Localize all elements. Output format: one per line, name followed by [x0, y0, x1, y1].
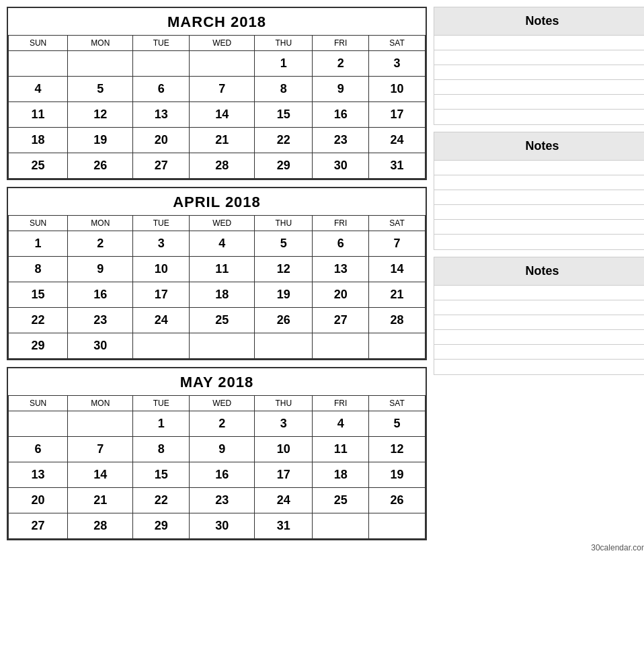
calendar-day-cell: 20 [313, 282, 369, 308]
notes-line [434, 315, 644, 330]
calendar-day-cell: 9 [313, 77, 369, 102]
calendar-week-row: 12345 [9, 411, 426, 437]
calendar-day-cell: 22 [133, 488, 190, 513]
notes-header: Notes [434, 7, 644, 36]
calendar-week-row: 11121314151617 [9, 102, 426, 128]
calendar-day-cell: 23 [313, 128, 369, 153]
calendar-day-header: FRI [313, 36, 369, 51]
calendar-day-cell: 1 [9, 231, 68, 257]
calendar-day-header: MON [68, 36, 133, 51]
calendar-day-cell: 24 [255, 488, 313, 513]
calendar-day-cell: 17 [369, 102, 426, 128]
calendar-day-cell [68, 411, 133, 437]
notes-line [434, 50, 644, 65]
calendar-day-header: THU [255, 36, 313, 51]
calendar-day-cell: 12 [68, 102, 133, 128]
calendar-day-cell: 27 [133, 153, 190, 179]
calendar-day-cell: 2 [313, 51, 369, 77]
notes-line [434, 345, 644, 360]
notes-line [434, 360, 644, 374]
calendar-march: MARCH 2018SUNMONTUEWEDTHUFRISAT123456789… [7, 7, 427, 180]
calendar-day-cell: 25 [313, 488, 369, 513]
calendar-day-cell: 3 [133, 231, 190, 257]
notes-block-2: Notes [434, 257, 644, 375]
calendar-day-cell: 31 [255, 513, 313, 539]
calendar-day-cell: 17 [255, 462, 313, 488]
calendar-day-cell [190, 333, 255, 359]
calendar-day-cell: 19 [68, 128, 133, 153]
calendar-day-cell: 19 [255, 282, 313, 308]
calendar-title-april: APRIL 2018 [8, 188, 426, 215]
calendar-day-header: SAT [369, 396, 426, 411]
notes-line [434, 65, 644, 80]
notes-lines [434, 36, 644, 125]
notes-lines [434, 161, 644, 250]
calendar-week-row: 6789101112 [9, 437, 426, 462]
footer: 30calendar.com [7, 540, 644, 552]
calendar-day-cell: 5 [255, 231, 313, 257]
calendar-day-cell: 9 [190, 437, 255, 462]
calendar-day-cell: 29 [133, 513, 190, 539]
calendar-day-cell: 7 [369, 231, 426, 257]
calendar-table-april: SUNMONTUEWEDTHUFRISAT1234567891011121314… [8, 215, 426, 359]
calendar-day-cell: 1 [133, 411, 190, 437]
calendar-day-cell: 4 [9, 77, 68, 102]
calendar-day-header: FRI [313, 216, 369, 231]
calendar-week-row: 22232425262728 [9, 308, 426, 333]
calendar-day-header: MON [68, 396, 133, 411]
calendar-day-cell: 13 [133, 102, 190, 128]
calendar-day-cell [369, 513, 426, 539]
calendar-day-cell: 2 [68, 231, 133, 257]
calendar-week-row: 20212223242526 [9, 488, 426, 513]
calendar-day-cell [9, 51, 68, 77]
calendar-day-cell: 12 [369, 437, 426, 462]
calendar-day-header: SUN [9, 216, 68, 231]
calendar-day-header: THU [255, 216, 313, 231]
notes-header: Notes [434, 257, 644, 286]
notes-line [434, 330, 644, 345]
calendar-day-header: WED [190, 396, 255, 411]
calendar-day-cell: 16 [190, 462, 255, 488]
calendar-day-cell: 30 [313, 153, 369, 179]
calendar-day-cell: 19 [369, 462, 426, 488]
calendar-day-cell: 10 [255, 437, 313, 462]
calendar-day-cell: 6 [133, 77, 190, 102]
calendar-day-cell: 6 [9, 437, 68, 462]
calendar-day-cell: 22 [9, 308, 68, 333]
notes-line [434, 286, 644, 300]
notes-lines [434, 286, 644, 375]
calendar-day-cell: 28 [369, 308, 426, 333]
calendar-day-cell: 24 [133, 308, 190, 333]
calendar-day-header: FRI [313, 396, 369, 411]
calendar-day-cell [313, 333, 369, 359]
calendar-day-cell: 7 [190, 77, 255, 102]
calendar-day-cell: 30 [190, 513, 255, 539]
calendar-day-cell: 13 [9, 462, 68, 488]
calendar-day-cell [9, 411, 68, 437]
calendar-day-cell: 27 [313, 308, 369, 333]
calendar-day-cell: 10 [369, 77, 426, 102]
calendar-day-cell: 22 [255, 128, 313, 153]
calendar-day-header: TUE [133, 36, 190, 51]
calendar-day-cell: 25 [190, 308, 255, 333]
calendar-day-cell: 14 [369, 257, 426, 282]
notes-block-0: Notes [434, 7, 644, 125]
notes-header: Notes [434, 132, 644, 161]
calendar-week-row: 25262728293031 [9, 153, 426, 179]
notes-line [434, 36, 644, 50]
calendar-day-cell: 29 [9, 333, 68, 359]
calendar-day-cell [313, 513, 369, 539]
calendar-day-cell: 12 [255, 257, 313, 282]
calendar-day-cell: 18 [190, 282, 255, 308]
calendar-day-cell: 10 [133, 257, 190, 282]
calendar-day-cell: 28 [190, 153, 255, 179]
calendar-day-cell: 13 [313, 257, 369, 282]
calendar-day-header: THU [255, 396, 313, 411]
calendar-may: MAY 2018SUNMONTUEWEDTHUFRISAT12345678910… [7, 367, 427, 540]
calendar-day-cell [68, 51, 133, 77]
notes-line [434, 190, 644, 205]
calendar-day-cell: 11 [313, 437, 369, 462]
calendar-day-cell: 21 [190, 128, 255, 153]
calendar-day-cell [133, 333, 190, 359]
calendar-day-cell: 15 [9, 282, 68, 308]
